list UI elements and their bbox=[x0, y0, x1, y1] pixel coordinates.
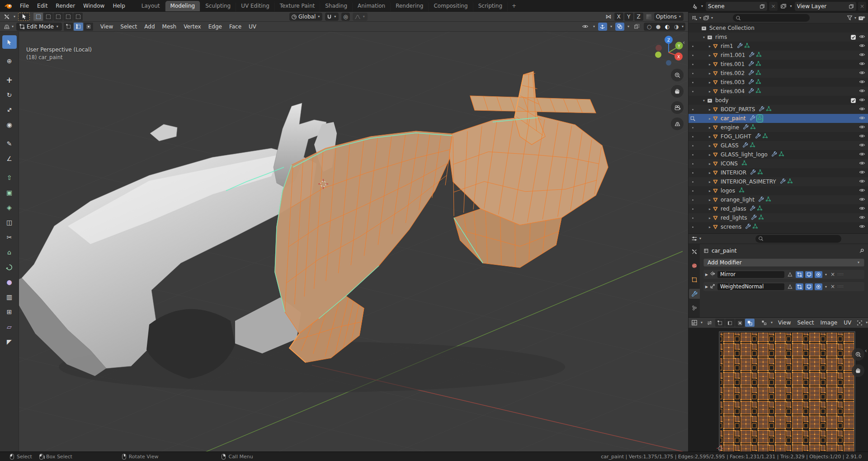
modifier-expand-icon[interactable]: ▸ bbox=[705, 283, 708, 290]
expand-caret-icon[interactable]: ▸ bbox=[707, 189, 712, 193]
mesh-data-icon[interactable] bbox=[755, 61, 761, 68]
viewport-menu-vertex[interactable]: Vertex bbox=[180, 23, 205, 31]
visibility-eye-icon[interactable] bbox=[859, 61, 865, 68]
modifier-expand-icon[interactable]: ▸ bbox=[705, 271, 708, 278]
outliner-row-body[interactable]: ▾body bbox=[689, 96, 868, 105]
mesh-data-icon[interactable] bbox=[762, 133, 768, 140]
menu-window[interactable]: Window bbox=[79, 1, 108, 10]
outliner-row-interior[interactable]: ▸INTERIOR bbox=[689, 168, 868, 177]
modifier-drag-handle[interactable]: ∷∷ bbox=[838, 284, 844, 289]
mesh-data-icon[interactable] bbox=[756, 52, 762, 59]
orientation-dropdown[interactable]: Global ▾ bbox=[289, 13, 322, 21]
outliner-row-screens[interactable]: ▸screens bbox=[689, 222, 868, 231]
mesh-data-icon[interactable] bbox=[778, 151, 784, 158]
uv-menu-uv[interactable]: UV bbox=[840, 319, 854, 327]
modifier-wrench-icon[interactable] bbox=[743, 124, 749, 131]
visibility-eye-icon[interactable] bbox=[859, 79, 865, 86]
expand-caret-icon[interactable]: ▸ bbox=[707, 144, 712, 148]
expand-caret-icon[interactable]: ▸ bbox=[707, 108, 712, 112]
properties-tab-modifiers[interactable] bbox=[689, 289, 700, 299]
toggle-realtime[interactable] bbox=[805, 271, 813, 278]
mesh-data-icon[interactable] bbox=[744, 42, 750, 50]
outliner-row-red-lights[interactable]: ▸red_lights bbox=[689, 213, 868, 222]
modifier-wrench-icon[interactable] bbox=[759, 106, 764, 113]
visibility-eye-icon[interactable] bbox=[859, 223, 865, 231]
tool-poly-build[interactable]: ⌂ bbox=[2, 245, 17, 259]
mesh-data-icon[interactable] bbox=[765, 196, 771, 203]
tool-select-box[interactable] bbox=[2, 35, 17, 49]
workspace-tab-animation[interactable]: Animation bbox=[353, 1, 391, 11]
properties-search[interactable] bbox=[755, 235, 841, 243]
workspace-tab-scripting[interactable]: Scripting bbox=[473, 1, 508, 11]
mesh-data-icon[interactable] bbox=[752, 223, 758, 230]
copy-view-layer-icon[interactable] bbox=[849, 4, 854, 9]
modifier-wrench-icon[interactable] bbox=[758, 196, 764, 203]
select-mode-set[interactable] bbox=[33, 13, 43, 21]
visibility-eye-icon[interactable] bbox=[859, 187, 865, 195]
workspace-tab-texture-paint[interactable]: Texture Paint bbox=[275, 1, 320, 11]
active-tool-select-box[interactable] bbox=[18, 13, 30, 21]
axis-toggle-y[interactable]: Y bbox=[624, 13, 633, 21]
expand-caret-icon[interactable]: ▸ bbox=[707, 225, 712, 229]
properties-search-input[interactable] bbox=[765, 236, 820, 241]
properties-tab-object[interactable] bbox=[689, 275, 700, 285]
uv-menu-image[interactable]: Image bbox=[817, 319, 841, 327]
outliner-display-mode-icon[interactable] bbox=[702, 14, 710, 23]
tool-loop-cut[interactable]: ◫ bbox=[2, 216, 17, 229]
outliner-row-red-glass[interactable]: ▸red_glass bbox=[689, 204, 868, 213]
viewport-menu-edge[interactable]: Edge bbox=[205, 23, 226, 31]
uv-pan-hand-button[interactable] bbox=[852, 364, 864, 377]
mesh-data-icon[interactable] bbox=[787, 178, 793, 185]
workspace-tab-layout[interactable]: Layout bbox=[137, 1, 165, 11]
tool-annotate[interactable]: ✎ bbox=[2, 137, 17, 151]
select-mode-subtract[interactable] bbox=[53, 13, 63, 21]
visibility-eye-icon[interactable] bbox=[859, 214, 865, 222]
tool-shrink-fatten[interactable]: ⊞ bbox=[2, 305, 17, 319]
uv-edge-select-button[interactable] bbox=[725, 319, 735, 327]
uv-zoom-button[interactable] bbox=[852, 348, 864, 361]
modifier-wrench-icon[interactable] bbox=[748, 61, 754, 68]
visibility-eye-icon[interactable] bbox=[859, 142, 865, 150]
outliner-row-rims[interactable]: ▾rims bbox=[689, 33, 868, 42]
visibility-eye-icon[interactable] bbox=[859, 70, 865, 77]
uv-editor-canvas[interactable]: ‹ bbox=[689, 328, 868, 452]
modifier-wrench-icon[interactable] bbox=[750, 205, 755, 212]
workspace-tab-shading[interactable]: Shading bbox=[320, 1, 353, 11]
toggle-render[interactable] bbox=[815, 271, 822, 278]
uv-sync-toggle[interactable] bbox=[705, 319, 714, 327]
modifier-wrench-icon[interactable] bbox=[745, 223, 751, 230]
modifier-wrench-icon[interactable] bbox=[749, 52, 755, 59]
outliner-row-rim1-001[interactable]: ▸rim1.001 bbox=[689, 51, 868, 60]
pan-hand-button[interactable] bbox=[671, 85, 684, 98]
outliner-row-tires-004[interactable]: ▸tires.004 bbox=[689, 87, 868, 96]
expand-caret-icon[interactable]: ▾ bbox=[701, 35, 707, 39]
visibility-eye-icon[interactable] bbox=[859, 33, 865, 41]
tool-edge-slide[interactable]: ▥ bbox=[2, 290, 17, 304]
outliner-row-fog-light[interactable]: ▸FOG_LIGHT bbox=[689, 132, 868, 141]
snap-magnet-icon[interactable] bbox=[327, 14, 332, 20]
tool-move[interactable]: + bbox=[2, 73, 17, 87]
visibility-eye-icon[interactable] bbox=[859, 196, 865, 204]
visibility-eye-icon[interactable] bbox=[859, 88, 865, 95]
menu-help[interactable]: Help bbox=[108, 1, 129, 10]
modifier-wrench-icon[interactable] bbox=[742, 142, 748, 149]
toggle-render[interactable] bbox=[815, 283, 822, 290]
modifier-wrench-icon[interactable] bbox=[748, 88, 754, 95]
view-layer-icon[interactable] bbox=[779, 2, 788, 11]
expand-caret-icon[interactable]: ▸ bbox=[707, 126, 712, 130]
modifier-drag-handle[interactable]: ∷∷ bbox=[838, 272, 844, 277]
toggle-edit-mode[interactable] bbox=[796, 283, 803, 290]
tool-rip-region[interactable]: ◤ bbox=[2, 335, 17, 348]
properties-tab-world[interactable] bbox=[689, 261, 700, 271]
mesh-data-icon[interactable] bbox=[741, 160, 747, 167]
outliner-row-glass[interactable]: ▸GLASS bbox=[689, 141, 868, 150]
expand-caret-icon[interactable]: ▸ bbox=[707, 53, 712, 57]
outliner-row-tires-002[interactable]: ▸tires.002 bbox=[689, 69, 868, 78]
tool-scale[interactable]: ↕ bbox=[2, 103, 17, 117]
expand-caret-icon[interactable]: ▸ bbox=[707, 198, 712, 202]
new-collection-button[interactable] bbox=[857, 14, 866, 23]
modifier-wrench-icon[interactable] bbox=[780, 178, 786, 185]
mesh-data-icon[interactable] bbox=[758, 214, 764, 221]
modifier-delete-icon[interactable]: × bbox=[830, 271, 836, 278]
toggle-edit-mode[interactable] bbox=[796, 271, 803, 278]
